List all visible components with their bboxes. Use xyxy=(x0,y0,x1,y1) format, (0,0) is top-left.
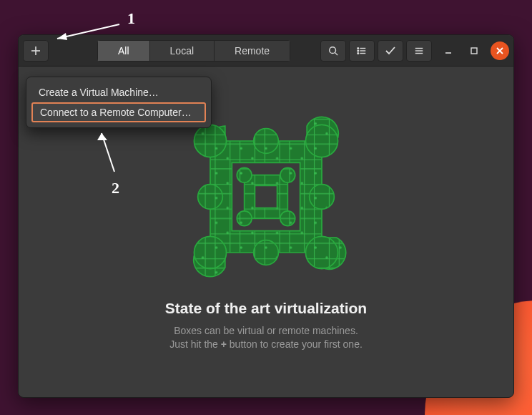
list-view-button[interactable] xyxy=(349,40,375,62)
list-icon xyxy=(357,46,367,56)
close-icon xyxy=(496,47,504,55)
app-window: All Local Remote xyxy=(18,34,514,398)
svg-point-10 xyxy=(358,50,359,52)
empty-title: State of the art virtualization xyxy=(165,300,367,317)
maximize-button[interactable] xyxy=(465,42,483,60)
minimize-button[interactable] xyxy=(439,42,458,60)
svg-point-31 xyxy=(280,167,295,182)
tab-all[interactable]: All xyxy=(97,40,149,62)
new-menu-popover: Create a Virtual Machine… Connect to a R… xyxy=(26,77,212,128)
empty-line1: Boxes can be virtual or remote machines. xyxy=(174,324,358,338)
maximize-icon xyxy=(470,47,478,55)
svg-point-23 xyxy=(305,125,338,157)
check-icon xyxy=(385,46,396,56)
hamburger-menu-button[interactable] xyxy=(406,40,432,62)
boxes-logo xyxy=(173,104,359,290)
svg-point-28 xyxy=(198,185,223,210)
empty-line2: Just hit the + button to create your fir… xyxy=(169,338,363,351)
tab-remote[interactable]: Remote xyxy=(214,40,290,62)
close-button[interactable] xyxy=(491,42,509,60)
svg-point-9 xyxy=(358,47,359,49)
annotation-number-1: 1 xyxy=(127,9,135,28)
select-button[interactable] xyxy=(378,40,403,62)
header-bar: All Local Remote xyxy=(19,35,513,67)
svg-point-22 xyxy=(194,125,226,157)
new-button[interactable] xyxy=(23,40,49,62)
tab-local[interactable]: Local xyxy=(149,40,214,62)
menu-item-create-vm[interactable]: Create a Virtual Machine… xyxy=(31,82,206,102)
svg-point-4 xyxy=(330,47,336,53)
hamburger-icon xyxy=(414,46,424,56)
svg-point-32 xyxy=(237,211,252,226)
svg-point-29 xyxy=(310,185,335,210)
search-button[interactable] xyxy=(320,40,346,62)
svg-point-33 xyxy=(280,211,295,226)
minimize-icon xyxy=(444,47,453,55)
svg-point-27 xyxy=(254,240,279,265)
svg-rect-16 xyxy=(471,48,477,54)
search-icon xyxy=(328,46,338,56)
svg-point-30 xyxy=(237,167,252,182)
svg-point-25 xyxy=(305,237,338,269)
plus-icon xyxy=(31,46,41,56)
svg-point-24 xyxy=(194,237,226,269)
svg-point-26 xyxy=(254,129,279,154)
view-segmented: All Local Remote xyxy=(97,40,290,62)
menu-item-connect-remote[interactable]: Connect to a Remote Computer… xyxy=(31,102,206,122)
svg-point-11 xyxy=(358,52,359,54)
svg-line-5 xyxy=(335,52,338,55)
